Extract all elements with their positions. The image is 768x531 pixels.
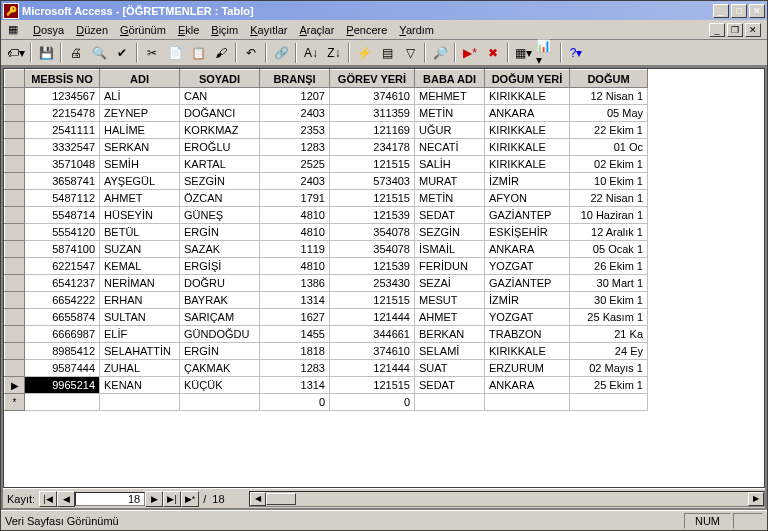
cell[interactable]: KIRIKKALE xyxy=(485,122,570,139)
cell[interactable]: ANKARA xyxy=(485,241,570,258)
apply-filter-button[interactable]: ▽ xyxy=(399,42,421,64)
cell[interactable]: 05 May xyxy=(570,105,648,122)
table-row[interactable]: 6654222ERHANBAYRAK1314121515MESUTİZMİR30… xyxy=(5,292,648,309)
spellcheck-button[interactable]: ✔ xyxy=(111,42,133,64)
cell[interactable]: 3332547 xyxy=(25,139,100,156)
table-row[interactable]: 5554120BETÜLERGİN4810354078SEZGİNESKİŞEH… xyxy=(5,224,648,241)
cell[interactable]: KIRIKKALE xyxy=(485,139,570,156)
cell[interactable]: 10 Ekim 1 xyxy=(570,173,648,190)
cell[interactable]: 0 xyxy=(330,394,415,411)
cell[interactable]: SARIÇAM xyxy=(180,309,260,326)
cell[interactable]: GAZİANTEP xyxy=(485,207,570,224)
row-selector[interactable] xyxy=(5,190,25,207)
scroll-right-button[interactable]: ▶ xyxy=(748,492,764,506)
menu-pencere[interactable]: Pencere xyxy=(340,22,393,38)
cell[interactable]: İSMAİL xyxy=(415,241,485,258)
table-row[interactable]: 1234567ALİCAN1207374610MEHMETKIRIKKALE12… xyxy=(5,88,648,105)
cell[interactable]: 6666987 xyxy=(25,326,100,343)
cell[interactable]: ERGİN xyxy=(180,343,260,360)
nav-new-button[interactable]: ▶* xyxy=(181,491,199,507)
hyperlink-button[interactable]: 🔗 xyxy=(270,42,292,64)
cell[interactable]: BAYRAK xyxy=(180,292,260,309)
minimize-button[interactable]: _ xyxy=(713,4,729,18)
table-row[interactable]: 6655874SULTANSARIÇAM1627121444AHMETYOZGA… xyxy=(5,309,648,326)
cell[interactable]: 374610 xyxy=(330,88,415,105)
cell[interactable]: 374610 xyxy=(330,343,415,360)
cell[interactable]: ERGİŞİ xyxy=(180,258,260,275)
cell[interactable] xyxy=(25,394,100,411)
cell[interactable]: 4810 xyxy=(260,258,330,275)
menu-ekle[interactable]: Ekle xyxy=(172,22,205,38)
table-row[interactable]: 6666987ELİFGÜNDOĞDU1455344661BERKANTRABZ… xyxy=(5,326,648,343)
cell[interactable]: KIRIKKALE xyxy=(485,156,570,173)
table-row[interactable]: 2215478ZEYNEPDOĞANCI2403311359METİNANKAR… xyxy=(5,105,648,122)
cell[interactable] xyxy=(100,394,180,411)
row-selector[interactable] xyxy=(5,275,25,292)
menu-yardım[interactable]: Yardım xyxy=(393,22,440,38)
cell[interactable]: 5874100 xyxy=(25,241,100,258)
cell[interactable] xyxy=(415,394,485,411)
cell[interactable]: 6654222 xyxy=(25,292,100,309)
table-row[interactable]: 8985412SELAHATTİNERGİN1818374610SELAMİKI… xyxy=(5,343,648,360)
table-row[interactable]: 5548714HÜSEYİNGÜNEŞ4810121539SEDATGAZİAN… xyxy=(5,207,648,224)
cell[interactable]: NECATİ xyxy=(415,139,485,156)
maximize-button[interactable]: □ xyxy=(731,4,747,18)
cell[interactable]: KARTAL xyxy=(180,156,260,173)
cell[interactable]: ZUHAL xyxy=(100,360,180,377)
nav-first-button[interactable]: |◀ xyxy=(39,491,57,507)
column-header[interactable]: DOĞUM YERİ xyxy=(485,70,570,88)
cell[interactable]: 234178 xyxy=(330,139,415,156)
cell[interactable]: AYŞEGÜL xyxy=(100,173,180,190)
print-button[interactable]: 🖨 xyxy=(65,42,87,64)
cell[interactable]: 2525 xyxy=(260,156,330,173)
nav-record-input[interactable] xyxy=(75,492,145,506)
cell[interactable]: 9965214 xyxy=(25,377,100,394)
cell[interactable]: ERZURUM xyxy=(485,360,570,377)
cell[interactable]: 121444 xyxy=(330,309,415,326)
cell[interactable]: İZMİR xyxy=(485,173,570,190)
menu-düzen[interactable]: Düzen xyxy=(70,22,114,38)
cell[interactable] xyxy=(570,394,648,411)
table-row[interactable]: ▶9965214KENANKÜÇÜK1314121515SEDATANKARA2… xyxy=(5,377,648,394)
cell[interactable]: CAN xyxy=(180,88,260,105)
cell[interactable]: 1386 xyxy=(260,275,330,292)
cell[interactable]: 25 Ekim 1 xyxy=(570,377,648,394)
cell[interactable]: FERİDUN xyxy=(415,258,485,275)
menu-biçim[interactable]: Biçim xyxy=(205,22,244,38)
cell[interactable]: AHMET xyxy=(415,309,485,326)
cell[interactable]: 5487112 xyxy=(25,190,100,207)
row-selector[interactable] xyxy=(5,224,25,241)
cell[interactable]: HALİME xyxy=(100,122,180,139)
cell[interactable]: 4810 xyxy=(260,224,330,241)
table-row[interactable]: 6221547KEMALERGİŞİ4810121539FERİDUNYOZGA… xyxy=(5,258,648,275)
cell[interactable]: 10 Haziran 1 xyxy=(570,207,648,224)
cell[interactable]: 01 Oc xyxy=(570,139,648,156)
sort-desc-button[interactable]: Z↓ xyxy=(323,42,345,64)
mdi-minimize-button[interactable]: _ xyxy=(709,23,725,37)
column-header[interactable]: BRANŞI xyxy=(260,70,330,88)
table-row[interactable]: 6541237NERİMANDOĞRU1386253430SEZAİGAZİAN… xyxy=(5,275,648,292)
menu-araçlar[interactable]: Araçlar xyxy=(294,22,341,38)
row-selector[interactable] xyxy=(5,173,25,190)
cell[interactable]: 30 Ekim 1 xyxy=(570,292,648,309)
cell[interactable]: METİN xyxy=(415,190,485,207)
row-selector[interactable] xyxy=(5,360,25,377)
row-selector[interactable] xyxy=(5,258,25,275)
cell[interactable] xyxy=(485,394,570,411)
cell[interactable]: SEZGİN xyxy=(415,224,485,241)
table-row[interactable]: *00 xyxy=(5,394,648,411)
row-selector[interactable] xyxy=(5,122,25,139)
cell[interactable]: 22 Ekim 1 xyxy=(570,122,648,139)
mdi-close-button[interactable]: ✕ xyxy=(745,23,761,37)
scroll-thumb[interactable] xyxy=(266,493,296,505)
row-selector[interactable] xyxy=(5,88,25,105)
column-header[interactable]: SOYADI xyxy=(180,70,260,88)
cell[interactable]: SEMİH xyxy=(100,156,180,173)
table-row[interactable]: 5874100SUZANSAZAK1119354078İSMAİLANKARA0… xyxy=(5,241,648,258)
cell[interactable]: 6655874 xyxy=(25,309,100,326)
cell[interactable]: KIRIKKALE xyxy=(485,88,570,105)
horizontal-scrollbar[interactable]: ◀ ▶ xyxy=(249,491,765,507)
cell[interactable]: DOĞRU xyxy=(180,275,260,292)
cell[interactable]: KÜÇÜK xyxy=(180,377,260,394)
column-header[interactable]: ADI xyxy=(100,70,180,88)
